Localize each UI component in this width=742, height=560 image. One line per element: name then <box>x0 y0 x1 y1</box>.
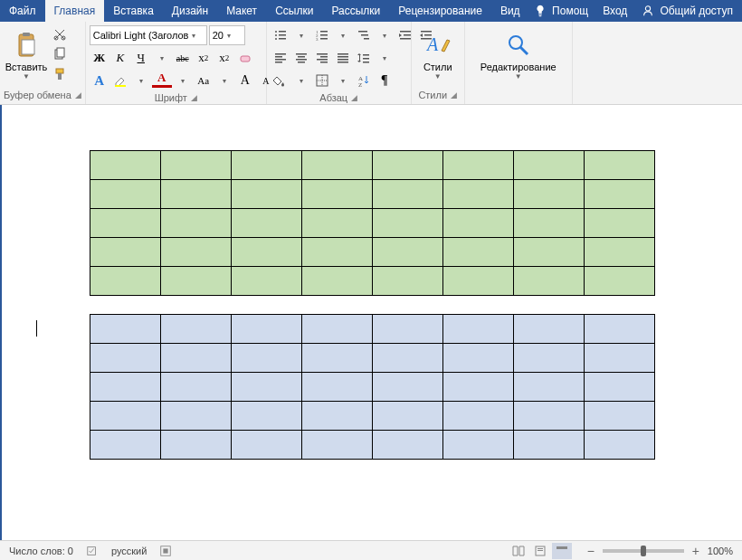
table-cell[interactable] <box>301 151 372 180</box>
zoom-value[interactable]: 100% <box>708 546 733 556</box>
clear-formatting-button[interactable] <box>235 48 255 68</box>
share-label[interactable]: Общий доступ <box>660 5 733 17</box>
table-cell[interactable] <box>584 431 654 460</box>
zoom-thumb[interactable] <box>641 546 646 556</box>
table-cell[interactable] <box>372 238 442 267</box>
table-cell[interactable] <box>442 402 513 431</box>
help-label[interactable]: Помощ <box>552 5 588 17</box>
numbering-dropdown-icon[interactable]: ▾ <box>333 25 353 45</box>
bold-button[interactable]: Ж <box>90 48 109 68</box>
underline-dropdown-icon[interactable]: ▾ <box>152 48 172 68</box>
zoom-slider[interactable] <box>603 549 684 553</box>
table-cell[interactable] <box>372 402 442 431</box>
table-cell[interactable] <box>160 402 231 431</box>
table-cell[interactable] <box>372 180 442 209</box>
table-cell[interactable] <box>513 431 584 460</box>
shading-dropdown-icon[interactable]: ▾ <box>291 71 311 90</box>
table-cell[interactable] <box>442 373 513 402</box>
paste-button[interactable]: Вставить ▼ <box>4 25 49 85</box>
table-cell[interactable] <box>584 315 654 344</box>
underline-button[interactable]: Ч <box>131 48 151 68</box>
italic-button[interactable]: К <box>110 48 130 68</box>
table-cell[interactable] <box>513 238 584 267</box>
table-cell[interactable] <box>231 238 301 267</box>
word-count[interactable]: Число слов: 0 <box>9 546 73 556</box>
table-cell[interactable] <box>231 267 301 296</box>
borders-dropdown-icon[interactable]: ▾ <box>333 71 353 90</box>
table-cell[interactable] <box>372 344 442 373</box>
table-cell[interactable] <box>301 373 372 402</box>
table-cell[interactable] <box>442 267 513 296</box>
table-cell[interactable] <box>513 151 584 180</box>
align-center-button[interactable] <box>291 48 311 68</box>
table-cell[interactable] <box>584 344 654 373</box>
table-cell[interactable] <box>301 267 372 296</box>
highlight-button[interactable] <box>110 71 130 90</box>
table-cell[interactable] <box>442 151 513 180</box>
case-dropdown-icon[interactable]: ▾ <box>214 71 234 90</box>
table-cell[interactable] <box>231 402 301 431</box>
table-cell[interactable] <box>584 373 654 402</box>
table-cell[interactable] <box>584 238 654 267</box>
font-color-button[interactable]: A <box>152 71 172 88</box>
line-spacing-button[interactable] <box>354 48 374 68</box>
table-cell[interactable] <box>90 344 160 373</box>
macro-record-icon[interactable] <box>159 545 172 557</box>
table-cell[interactable] <box>372 315 442 344</box>
table-cell[interactable] <box>160 267 231 296</box>
align-left-button[interactable] <box>271 48 290 68</box>
table-cell[interactable] <box>372 151 442 180</box>
table-cell[interactable] <box>513 344 584 373</box>
strikethrough-button[interactable]: abc <box>173 48 193 68</box>
table-cell[interactable] <box>160 151 231 180</box>
table-cell[interactable] <box>90 180 160 209</box>
tab-review[interactable]: Рецензирование <box>389 0 491 22</box>
tab-home[interactable]: Главная <box>45 0 105 22</box>
table-cell[interactable] <box>231 180 301 209</box>
table-cell[interactable] <box>160 209 231 238</box>
dialog-launcher-icon[interactable]: ◢ <box>351 93 357 102</box>
align-right-button[interactable] <box>312 48 332 68</box>
table-cell[interactable] <box>160 431 231 460</box>
table-cell[interactable] <box>584 209 654 238</box>
zoom-out-button[interactable]: − <box>585 545 597 557</box>
superscript-button[interactable]: x2 <box>214 48 234 68</box>
table-cell[interactable] <box>442 238 513 267</box>
table-cell[interactable] <box>160 373 231 402</box>
tab-references[interactable]: Ссылки <box>266 0 322 22</box>
bullets-button[interactable] <box>271 25 290 45</box>
dialog-launcher-icon[interactable]: ◢ <box>75 90 81 100</box>
table-cell[interactable] <box>513 209 584 238</box>
table-cell[interactable] <box>372 209 442 238</box>
spacing-dropdown-icon[interactable]: ▾ <box>375 48 395 68</box>
table-cell[interactable] <box>372 373 442 402</box>
copy-button[interactable] <box>51 45 69 63</box>
table-cell[interactable] <box>513 315 584 344</box>
table-cell[interactable] <box>372 431 442 460</box>
highlight-dropdown-icon[interactable]: ▾ <box>131 71 151 90</box>
grow-font-button[interactable]: A <box>235 71 255 90</box>
print-layout-button[interactable] <box>530 543 550 559</box>
signin-label[interactable]: Вход <box>603 5 627 17</box>
tab-mailings[interactable]: Рассылки <box>322 0 389 22</box>
tab-file[interactable]: Файл <box>0 0 45 22</box>
table-cell[interactable] <box>301 238 372 267</box>
table-cell[interactable] <box>301 180 372 209</box>
table-cell[interactable] <box>90 209 160 238</box>
borders-button[interactable] <box>312 71 332 90</box>
table-cell[interactable] <box>584 151 654 180</box>
table-cell[interactable] <box>301 402 372 431</box>
table-cell[interactable] <box>442 315 513 344</box>
styles-button[interactable]: A Стили ▼ <box>415 25 461 85</box>
table-cell[interactable] <box>442 209 513 238</box>
justify-button[interactable] <box>333 48 353 68</box>
table-cell[interactable] <box>160 315 231 344</box>
table-cell[interactable] <box>442 344 513 373</box>
table-cell[interactable] <box>231 315 301 344</box>
change-case-button[interactable]: Aa <box>194 71 214 90</box>
table-cell[interactable] <box>160 238 231 267</box>
table-cell[interactable] <box>513 267 584 296</box>
sort-button[interactable]: AZ <box>354 71 374 90</box>
spellcheck-icon[interactable] <box>86 545 99 557</box>
table-cell[interactable] <box>160 344 231 373</box>
